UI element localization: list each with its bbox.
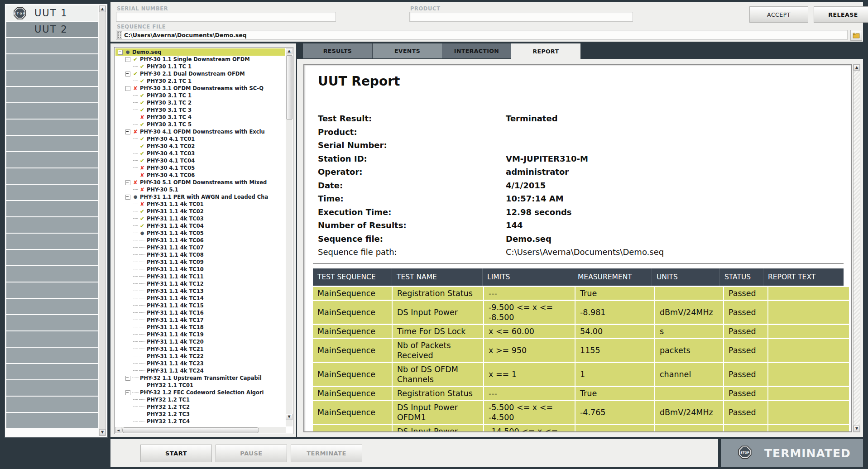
tree-item[interactable]: PHY-31 1.1 4k TC10 xyxy=(115,266,285,273)
uut-row-empty[interactable] xyxy=(6,38,98,53)
tree-item[interactable]: PHY-31 1.1 4k TC16 xyxy=(115,309,285,316)
uut-row-empty[interactable] xyxy=(6,250,98,265)
tree-item[interactable]: PHY32 1.2 TC4 xyxy=(115,418,285,425)
uut-row-empty[interactable] xyxy=(6,103,98,119)
tree-item[interactable]: ✔PHY-30 4.1 TC04 xyxy=(115,157,285,164)
expander-minus-icon[interactable] xyxy=(125,129,130,134)
tree-item[interactable]: ●PHY-31 1.1 PER with AWGN and Loaded Cha xyxy=(115,193,285,201)
tree-item[interactable]: PHY32 1.2 TC3 xyxy=(115,411,285,418)
tree-item[interactable]: ●PHY-31 1.1 4k TC05 xyxy=(115,230,285,237)
uut-row-empty[interactable] xyxy=(6,136,98,151)
browse-folder-button[interactable] xyxy=(850,30,862,41)
uut-row-empty[interactable] xyxy=(6,331,98,347)
uut-row-empty[interactable] xyxy=(6,201,98,216)
tab-results[interactable]: RESULTS xyxy=(303,43,373,58)
tree-item[interactable]: ✔PHY-31 1.1 4k TC04 xyxy=(115,222,285,230)
tree-item[interactable]: ✘PHY-30 4.1 OFDM Downstreams with Exclu xyxy=(115,128,285,135)
tree-item[interactable]: PHY-31 1.1 4k TC11 xyxy=(115,273,285,280)
expander-minus-icon[interactable] xyxy=(125,72,130,77)
uut-row-empty[interactable] xyxy=(6,364,98,379)
tree-item[interactable]: ✘PHY-30 5.1 OFDM Downstreams with Mixed xyxy=(115,179,285,186)
tab-report[interactable]: REPORT xyxy=(511,43,580,59)
tree-item[interactable]: PHY-31 1.1 4k TC22 xyxy=(115,353,285,360)
uut-row-empty[interactable] xyxy=(6,299,98,314)
tree-item[interactable]: PHY-32 1.1 Upstream Transmitter Capabil xyxy=(115,374,285,382)
tree-item[interactable]: ✔PHY30 3.1 TC 3 xyxy=(115,106,285,114)
tree-item[interactable]: ✔PHY30 3.1 TC 1 xyxy=(115,92,285,99)
tree-item[interactable]: PHY-31 1.1 4k TC12 xyxy=(115,280,285,287)
scroll-down-icon[interactable]: ▼ xyxy=(99,429,106,436)
tree-item[interactable]: PHY32 1.2 TC2 xyxy=(115,403,285,411)
tree-item[interactable]: PHY-31 1.1 4k TC14 xyxy=(115,295,285,302)
tab-events[interactable]: EVENTS xyxy=(373,43,442,58)
report-scrollbar[interactable]: ▲ ▼ xyxy=(853,64,860,432)
scroll-thumb[interactable] xyxy=(122,427,259,433)
tree-item[interactable]: ●Demo.seq xyxy=(115,48,285,56)
uut-row-empty[interactable] xyxy=(6,71,98,86)
tree-item[interactable]: PHY-31 1.1 4k TC13 xyxy=(115,287,285,295)
uut-row-empty[interactable] xyxy=(6,266,98,282)
tree-item[interactable]: ✔PHY30 2.1 TC 1 xyxy=(115,77,285,85)
uut-row[interactable]: UUT 2 xyxy=(6,22,98,37)
tree-item[interactable]: ✘PHY-31 1.1 4k TC01 xyxy=(115,201,285,208)
tree-item[interactable]: ✔PHY-30 4.1 TC02 xyxy=(115,143,285,150)
tree-item[interactable]: ✔PHY30 3.1 TC 2 xyxy=(115,99,285,106)
tree-item[interactable]: ✔PHY30 1.1 TC 1 xyxy=(115,63,285,70)
tree-item[interactable]: ✔PHY-30 2.1 Dual Downstream OFDM xyxy=(115,70,285,77)
release-button[interactable]: RELEASE xyxy=(814,6,868,23)
uut-row-empty[interactable] xyxy=(6,185,98,200)
uut-row-empty[interactable] xyxy=(6,168,98,184)
tree-vertical-scrollbar[interactable]: ▲ ▼ xyxy=(286,48,293,426)
scroll-thumb[interactable] xyxy=(286,55,293,120)
tree-item[interactable]: ✔PHY-30 4.1 TC03 xyxy=(115,150,285,157)
serial-number-input[interactable] xyxy=(116,12,336,22)
uut-list-scrollbar[interactable]: ▲ ▼ xyxy=(99,5,106,436)
tree-item[interactable]: PHY-31 1.1 4k TC09 xyxy=(115,258,285,266)
scroll-up-icon[interactable]: ▲ xyxy=(286,48,293,54)
expander-minus-icon[interactable] xyxy=(125,57,130,62)
tree-item[interactable]: PHY32 1.1 TC01 xyxy=(115,382,285,389)
tree-horizontal-scrollbar[interactable]: ◄ xyxy=(115,427,286,433)
uut-row-empty[interactable] xyxy=(6,87,98,102)
expander-minus-icon[interactable] xyxy=(125,390,130,395)
tree-item[interactable]: ✔PHY-31 1.1 4k TC02 xyxy=(115,208,285,215)
scroll-down-icon[interactable]: ▼ xyxy=(854,426,860,432)
scroll-up-icon[interactable]: ▲ xyxy=(99,6,106,12)
tree-item[interactable]: PHY-31 1.1 4k TC21 xyxy=(115,345,285,353)
terminate-button[interactable]: TERMINATE xyxy=(291,445,362,462)
uut-row-empty[interactable] xyxy=(6,282,98,298)
uut-row-empty[interactable] xyxy=(6,348,98,363)
tree-item[interactable]: ✘PHY-30 5.1 xyxy=(115,186,285,193)
uut-row-empty[interactable] xyxy=(6,413,98,428)
expander-minus-icon[interactable] xyxy=(125,180,130,185)
scroll-up-icon[interactable]: ▲ xyxy=(854,64,860,71)
tree-item[interactable]: PHY-31 1.1 4k TC08 xyxy=(115,251,285,258)
tree-item[interactable]: ✘PHY-30 4.1 TC05 xyxy=(115,164,285,172)
expander-minus-icon[interactable] xyxy=(118,50,123,55)
tab-interaction[interactable]: INTERACTION xyxy=(442,43,511,58)
uut-row-empty[interactable] xyxy=(6,234,98,249)
uut-row-empty[interactable] xyxy=(6,217,98,233)
tree-item[interactable]: PHY-31 1.1 4k TC18 xyxy=(115,324,285,331)
tree-item[interactable]: PHY-31 1.1 4k TC19 xyxy=(115,331,285,338)
tree-item[interactable]: PHY-32 1.2 FEC Codeword Selection Algori xyxy=(115,389,285,396)
tree-item[interactable]: ✘PHY-30 4.1 TC06 xyxy=(115,172,285,179)
pause-button[interactable]: PAUSE xyxy=(216,445,287,462)
tree-item[interactable]: PHY-31 1.1 4k TC17 xyxy=(115,316,285,324)
accept-button[interactable]: ACCEPT xyxy=(749,6,808,23)
tree-item[interactable]: PHY-31 1.1 4k TC24 xyxy=(115,367,285,374)
expander-minus-icon[interactable] xyxy=(125,195,130,200)
uut-row-empty[interactable] xyxy=(6,397,98,412)
tree-item[interactable]: PHY32 1.2 TC1 xyxy=(115,396,285,403)
start-button[interactable]: START xyxy=(140,445,212,462)
expander-minus-icon[interactable] xyxy=(125,86,130,91)
uut-row-empty[interactable] xyxy=(6,54,98,70)
uut-row-empty[interactable] xyxy=(6,152,98,168)
tree-item[interactable]: ✔PHY-31 1.1 4k TC03 xyxy=(115,215,285,222)
tree-item[interactable]: PHY-31 1.1 4k TC15 xyxy=(115,302,285,309)
tree-item[interactable]: PHY-31 1.1 4k TC07 xyxy=(115,244,285,251)
scroll-down-icon[interactable]: ▼ xyxy=(286,414,293,420)
uut-row-empty[interactable] xyxy=(6,120,98,135)
tree-item[interactable]: ✔PHY30 3.1 TC 5 xyxy=(115,121,285,128)
uut-row-empty[interactable] xyxy=(6,380,98,396)
